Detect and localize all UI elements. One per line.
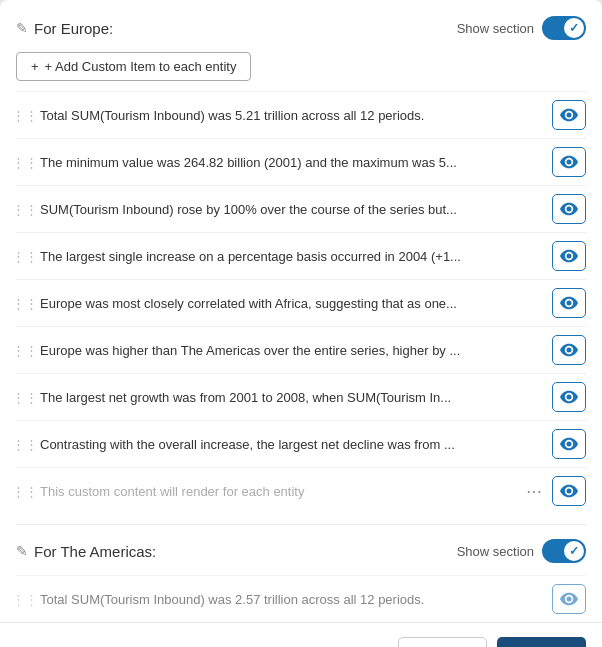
europe-toggle-thumb: ✓ [564, 18, 584, 38]
americas-toggle-check-icon: ✓ [569, 544, 579, 558]
europe-title-text: For Europe: [34, 20, 113, 37]
table-row: ⋮⋮ This custom content will render for e… [16, 467, 586, 514]
visibility-toggle-button[interactable] [552, 584, 586, 614]
americas-section: ✎ For The Americas: Show section ✓ [16, 524, 586, 622]
table-row: ⋮⋮ SUM(Tourism Inbound) rose by 100% ove… [16, 185, 586, 232]
modal-body: ✎ For Europe: Show section ✓ + [0, 0, 602, 622]
europe-section-header: ✎ For Europe: Show section ✓ [16, 16, 586, 40]
pencil-icon: ✎ [16, 543, 28, 559]
americas-toggle[interactable]: ✓ [542, 539, 586, 563]
item-text: Europe was most closely correlated with … [40, 296, 546, 311]
add-btn-label: + Add Custom Item to each entity [45, 59, 237, 74]
table-row: ⋮⋮ The largest single increase on a perc… [16, 232, 586, 279]
custom-item-placeholder-text[interactable]: This custom content will render for each… [40, 484, 516, 499]
item-text: The minimum value was 264.82 billion (20… [40, 155, 546, 170]
table-row: ⋮⋮ Total SUM(Tourism Inbound) was 2.57 t… [16, 575, 586, 622]
europe-section: ✎ For Europe: Show section ✓ + [16, 16, 586, 514]
modal-container: ✎ For Europe: Show section ✓ + [0, 0, 602, 647]
table-row: ⋮⋮ Europe was higher than The Americas o… [16, 326, 586, 373]
drag-handle-icon[interactable]: ⋮⋮ [16, 343, 34, 358]
visibility-toggle-button[interactable] [552, 288, 586, 318]
americas-item-list: ⋮⋮ Total SUM(Tourism Inbound) was 2.57 t… [16, 575, 586, 622]
visibility-toggle-button[interactable] [552, 335, 586, 365]
visibility-toggle-button[interactable] [552, 100, 586, 130]
drag-handle-icon[interactable]: ⋮⋮ [16, 484, 34, 499]
table-row: ⋮⋮ Europe was most closely correlated wi… [16, 279, 586, 326]
visibility-toggle-button[interactable] [552, 476, 586, 506]
add-plus-icon: + [31, 59, 39, 74]
more-options-button[interactable]: ⋯ [522, 482, 546, 501]
drag-handle-icon[interactable]: ⋮⋮ [16, 437, 34, 452]
drag-handle-icon[interactable]: ⋮⋮ [16, 592, 34, 607]
item-text: Total SUM(Tourism Inbound) was 2.57 tril… [40, 592, 546, 607]
americas-show-section-group: Show section ✓ [457, 539, 586, 563]
visibility-toggle-button[interactable] [552, 147, 586, 177]
item-text: The largest single increase on a percent… [40, 249, 546, 264]
table-row: ⋮⋮ Total SUM(Tourism Inbound) was 5.21 t… [16, 91, 586, 138]
modal-footer: Cancel Save [0, 622, 602, 647]
table-row: ⋮⋮ The largest net growth was from 2001 … [16, 373, 586, 420]
cancel-button[interactable]: Cancel [398, 637, 488, 647]
item-text: SUM(Tourism Inbound) rose by 100% over t… [40, 202, 546, 217]
americas-section-title: ✎ For The Americas: [16, 543, 156, 560]
europe-section-title: ✎ For Europe: [16, 20, 113, 37]
table-row: ⋮⋮ The minimum value was 264.82 billion … [16, 138, 586, 185]
drag-handle-icon[interactable]: ⋮⋮ [16, 108, 34, 123]
item-text: Contrasting with the overall increase, t… [40, 437, 546, 452]
visibility-toggle-button[interactable] [552, 241, 586, 271]
save-button[interactable]: Save [497, 637, 586, 647]
item-text: Total SUM(Tourism Inbound) was 5.21 tril… [40, 108, 546, 123]
table-row: ⋮⋮ Contrasting with the overall increase… [16, 420, 586, 467]
americas-title-text: For The Americas: [34, 543, 156, 560]
visibility-toggle-button[interactable] [552, 194, 586, 224]
drag-handle-icon[interactable]: ⋮⋮ [16, 202, 34, 217]
visibility-toggle-button[interactable] [552, 382, 586, 412]
pencil-icon: ✎ [16, 20, 28, 36]
item-text: Europe was higher than The Americas over… [40, 343, 546, 358]
europe-show-section-group: Show section ✓ [457, 16, 586, 40]
americas-section-header: ✎ For The Americas: Show section ✓ [16, 539, 586, 563]
drag-handle-icon[interactable]: ⋮⋮ [16, 390, 34, 405]
americas-toggle-thumb: ✓ [564, 541, 584, 561]
add-custom-item-button[interactable]: + + Add Custom Item to each entity [16, 52, 251, 81]
item-text: The largest net growth was from 2001 to … [40, 390, 546, 405]
europe-item-list: ⋮⋮ Total SUM(Tourism Inbound) was 5.21 t… [16, 91, 586, 514]
americas-toggle-track: ✓ [542, 539, 586, 563]
drag-handle-icon[interactable]: ⋮⋮ [16, 155, 34, 170]
drag-handle-icon[interactable]: ⋮⋮ [16, 249, 34, 264]
drag-handle-icon[interactable]: ⋮⋮ [16, 296, 34, 311]
europe-show-section-label: Show section [457, 21, 534, 36]
europe-toggle-check-icon: ✓ [569, 21, 579, 35]
americas-show-section-label: Show section [457, 544, 534, 559]
europe-toggle[interactable]: ✓ [542, 16, 586, 40]
europe-toggle-track: ✓ [542, 16, 586, 40]
visibility-toggle-button[interactable] [552, 429, 586, 459]
